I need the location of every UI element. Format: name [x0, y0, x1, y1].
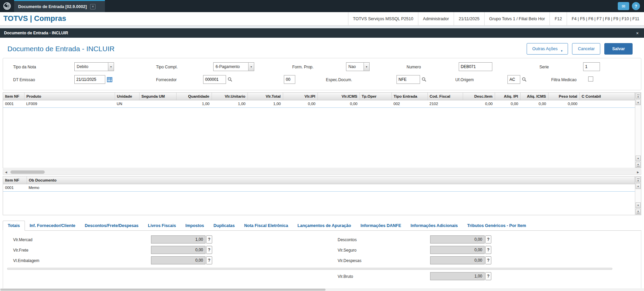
tab-duplicatas[interactable]: Duplicatas	[209, 221, 239, 230]
column-header-desc-item[interactable]: Desc.Item	[463, 93, 495, 100]
totvs-logo-icon[interactable]	[0, 0, 14, 12]
column-header-tipo-entrada[interactable]: Tipo Entrada	[391, 93, 427, 100]
serie-input[interactable]	[583, 62, 600, 71]
vlr-despesas-help-button[interactable]: ?	[485, 256, 491, 264]
date-cell[interactable]: 21/11/2025	[454, 12, 484, 25]
page-horizontal-scroll-thumb[interactable]	[0, 289, 326, 291]
scroll-left-icon[interactable]: ◀	[3, 170, 9, 174]
salvar-button[interactable]: Salvar	[604, 43, 633, 55]
column-header-vlr-total[interactable]: Vlr.Total	[248, 93, 283, 100]
column-header-cod-fiscal[interactable]: Cod. Fiscal	[427, 93, 463, 100]
vlr-seguro-input[interactable]	[430, 246, 485, 254]
vlr-frete-input[interactable]	[151, 246, 205, 254]
obs-grid-row[interactable]: 0001 Memo	[3, 184, 635, 191]
column-header-vlr-unitario[interactable]: Vlr.Unitario	[212, 93, 248, 100]
vlr-seguro-help-button[interactable]: ?	[485, 246, 491, 254]
page-horizontal-scrollbar[interactable]	[0, 288, 644, 291]
window-close-icon[interactable]: ×	[635, 31, 640, 36]
scroll-down-button[interactable]: ▼	[636, 202, 641, 208]
tab-inf-fornecedor-cliente[interactable]: Inf. Fornecedor/Cliente	[25, 221, 80, 230]
tab-impostos[interactable]: Impostos	[181, 221, 209, 230]
chevron-down-icon[interactable]: ▾	[248, 63, 254, 71]
scroll-to-bottom-button[interactable]: ▼	[636, 162, 641, 168]
vlr-bruto-help-button[interactable]: ?	[485, 272, 491, 280]
uf-origem-input[interactable]	[507, 75, 520, 84]
tipo-compl-select[interactable]: 6-Pagamento ▾	[213, 62, 254, 71]
uf-origem-search-icon[interactable]	[521, 75, 528, 84]
column-header-unidade[interactable]: Unidade	[115, 93, 139, 100]
vlr-bruto-input[interactable]	[430, 272, 485, 280]
branch-cell[interactable]: Grupo Totvs 1 / Filial Belo Hor	[484, 12, 550, 25]
column-header-tp-oper[interactable]: Tp.Oper	[359, 93, 391, 100]
scroll-to-bottom-button[interactable]: ▼	[636, 209, 641, 215]
scroll-up-button[interactable]: ▲	[636, 99, 641, 105]
column-header-peso-total[interactable]: Peso total	[548, 93, 579, 100]
scroll-to-top-button[interactable]: ▲	[636, 177, 641, 183]
vlr-mercad-help-button[interactable]: ?	[206, 235, 212, 244]
chevron-down-icon[interactable]: ▾	[364, 63, 369, 71]
tab-totais[interactable]: Totais	[3, 221, 25, 231]
up-icon: ▲	[637, 95, 639, 98]
column-header-segunda-um[interactable]: Segunda UM	[139, 93, 176, 100]
mail-button[interactable]: ✉	[618, 2, 629, 10]
column-header-vlr-icms[interactable]: Vlr.ICMS	[317, 93, 359, 100]
tab-informacoes-adicionais[interactable]: Informações Adicionais	[406, 221, 463, 230]
tab-lancamentos-de-apuracao[interactable]: Lançamentos de Apuração	[293, 221, 356, 230]
column-header-c-contabil[interactable]: C Contabil	[579, 93, 635, 100]
fornecedor-search-icon[interactable]	[226, 75, 234, 84]
form-prop-select[interactable]: Nao ▾	[346, 62, 370, 71]
column-header-vlr-ipi[interactable]: Vlr.IPI	[283, 93, 317, 100]
items-grid-area: Item NF Produto Unidade Segunda UM Quant…	[3, 93, 635, 168]
cell-unidade: UN	[115, 100, 139, 107]
horizontal-scroll-thumb[interactable]	[10, 170, 45, 174]
descontos-input[interactable]	[430, 235, 485, 244]
user-cell[interactable]: Administrador	[418, 12, 454, 25]
scroll-down-button[interactable]: ▼	[636, 156, 641, 161]
tab-livros-fiscais[interactable]: Livros Fiscais	[143, 221, 181, 230]
vlr-despesas-input[interactable]	[430, 256, 485, 264]
top-bar: Documento de Entrada [02.9.0002] × ✉ ?	[0, 0, 644, 12]
scroll-right-icon[interactable]: ▶	[635, 170, 641, 174]
tab-descontos-frete-despesas[interactable]: Descontos/Frete/Despesas	[80, 221, 143, 230]
column-header-aliq-icms[interactable]: Aliq. ICMS	[520, 93, 548, 100]
help-button[interactable]: ?	[632, 2, 640, 10]
column-header-item-nf[interactable]: Item NF	[3, 93, 24, 100]
environment-cell[interactable]: TOTVS Serviços MSSQL P2510	[348, 12, 418, 25]
column-header-quantidade[interactable]: Quantidade	[176, 93, 212, 100]
vl-embalagem-help-button[interactable]: ?	[206, 256, 212, 264]
function-keys-cell[interactable]: F4 | F5 | F6 | F7 | F8 | F9 | F10 | F11	[567, 12, 644, 25]
vl-embalagem-input[interactable]	[151, 256, 205, 264]
tipo-da-nota-select[interactable]: Debito ▾	[74, 62, 114, 71]
filtra-medicao-checkbox[interactable]	[588, 76, 593, 82]
outras-acoes-button[interactable]: Outras Ações ▾	[527, 43, 568, 55]
dt-emissao-input[interactable]	[74, 75, 105, 84]
tab-nota-fiscal-eletronica[interactable]: Nota Fiscal Eletrônica	[239, 221, 293, 230]
items-grid-vertical-scrollbar[interactable]: ▲ ▲ ▼ ▼	[635, 93, 641, 168]
column-header-ob-documento[interactable]: Ob Documento	[27, 176, 635, 184]
chevron-down-icon[interactable]: ▾	[108, 63, 114, 71]
program-tab[interactable]: Documento de Entrada [02.9.0002] ×	[14, 0, 105, 12]
column-header-item-nf[interactable]: Item NF	[3, 176, 27, 184]
cancelar-button[interactable]: Cancelar	[572, 43, 600, 55]
vlr-mercad-input[interactable]	[151, 235, 205, 244]
vlr-frete-help-button[interactable]: ?	[206, 246, 212, 254]
loja-input[interactable]	[284, 75, 295, 84]
espec-docum-search-icon[interactable]	[420, 75, 428, 84]
descontos-help-button[interactable]: ?	[485, 235, 491, 244]
tab-tributos-genericos-por-item[interactable]: Tributos Genéricos - Por Item	[462, 221, 531, 230]
column-header-aliq-ipi[interactable]: Aliq. IPI	[495, 93, 520, 100]
tab-informacoes-danfe[interactable]: Informações DANFE	[356, 221, 406, 230]
calendar-icon[interactable]	[106, 75, 113, 84]
items-grid-horizontal-scrollbar[interactable]: ◀ ▶	[3, 169, 641, 175]
items-grid-row[interactable]: 0001 LF009 UN 1,00 1,00 1,00 0,00 0,00 0…	[3, 100, 635, 107]
cell-cod-fiscal: 2102	[427, 100, 463, 107]
obs-grid-vertical-scrollbar[interactable]: ▲ ▲ ▼ ▼	[635, 176, 641, 215]
column-header-produto[interactable]: Produto	[24, 93, 115, 100]
numero-input[interactable]	[459, 62, 492, 71]
f12-cell[interactable]: F12	[550, 12, 567, 25]
scroll-up-button[interactable]: ▲	[636, 183, 641, 189]
tab-close-icon[interactable]: ×	[90, 4, 96, 9]
espec-docum-input[interactable]	[396, 75, 420, 84]
fornecedor-input[interactable]	[203, 75, 226, 84]
scroll-to-top-button[interactable]: ▲	[636, 93, 641, 99]
